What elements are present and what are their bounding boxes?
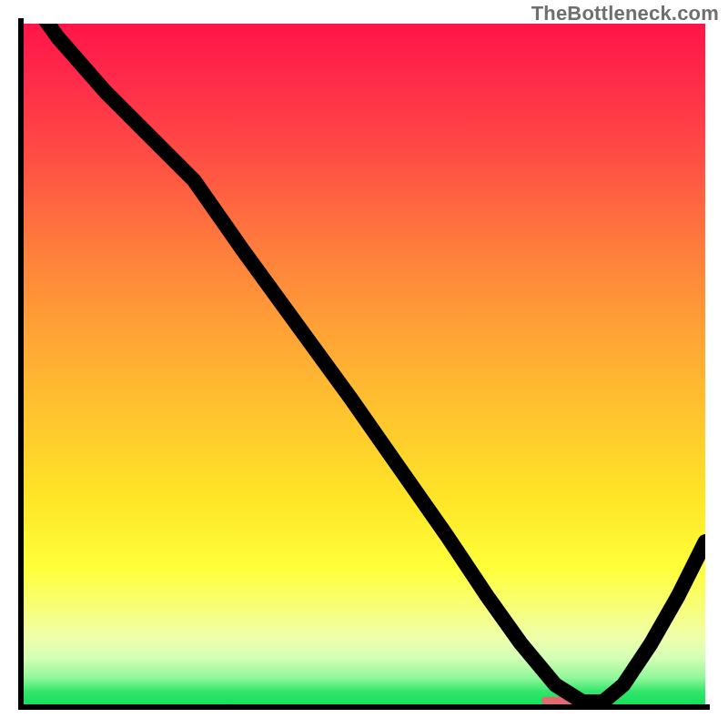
watermark-text: TheBottleneck.com bbox=[531, 2, 719, 25]
bottleneck-curve bbox=[24, 24, 705, 702]
plot-area bbox=[24, 24, 705, 705]
y-axis-line bbox=[18, 18, 24, 710]
chart-container: TheBottleneck.com bbox=[0, 0, 728, 728]
x-axis-line bbox=[18, 704, 710, 710]
chart-overlay bbox=[24, 24, 705, 705]
